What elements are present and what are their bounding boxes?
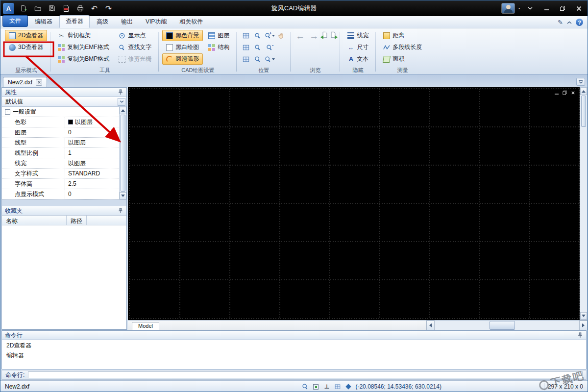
drawing-canvas[interactable] <box>128 87 580 320</box>
favorites-list[interactable] <box>2 225 126 329</box>
hide-dimensions-button[interactable]: ↔ 尺寸 <box>343 42 372 53</box>
titlebar-chevron-down-icon[interactable] <box>524 3 537 14</box>
canvas-horizontal-scrollbar[interactable] <box>426 320 588 330</box>
zoom-in-icon[interactable]: + <box>265 32 275 39</box>
viewer-3d-button[interactable]: 3D查看器 <box>5 42 47 53</box>
scroll-thumb[interactable] <box>581 96 586 127</box>
command-panel-header[interactable]: 命令行 <box>2 331 586 340</box>
hide-lineweight-button[interactable]: 线宽 <box>343 30 372 41</box>
zoom-scale-icon[interactable] <box>265 56 275 63</box>
zoom-window-icon[interactable] <box>254 44 261 51</box>
menu-tab-viewer[interactable]: 查看器 <box>59 15 90 28</box>
pan-icon[interactable] <box>278 32 285 39</box>
layers-button[interactable]: 图层 <box>204 30 233 41</box>
document-tab-close-icon[interactable] <box>36 79 42 86</box>
zoom-out-icon[interactable]: - <box>266 44 273 51</box>
canvas-vertical-scrollbar[interactable] <box>580 87 588 320</box>
menu-tab-output[interactable]: 输出 <box>115 16 139 28</box>
scroll-up-icon[interactable] <box>580 88 587 95</box>
minimize-button[interactable] <box>540 3 553 14</box>
hide-text-button[interactable]: A 文本 <box>343 53 372 65</box>
save-button[interactable] <box>45 2 58 14</box>
smooth-arc-button[interactable]: 圆滑弧形 <box>162 53 203 65</box>
favorites-header[interactable]: 收藏夹 <box>2 206 126 216</box>
close-button[interactable] <box>572 3 585 14</box>
zoom-selected-icon[interactable] <box>254 56 261 63</box>
scroll-thumb[interactable] <box>121 115 125 192</box>
zoom-extents-icon[interactable] <box>254 32 261 39</box>
help-icon[interactable]: ? <box>576 19 583 26</box>
panel-expander-icon[interactable] <box>576 78 585 86</box>
scroll-up-icon[interactable] <box>120 107 126 114</box>
menu-tab-editor[interactable]: 编辑器 <box>29 16 58 28</box>
bw-drawing-button[interactable]: 黑白绘图 <box>162 42 203 53</box>
properties-header[interactable]: 属性 <box>2 88 126 97</box>
scroll-down-icon[interactable] <box>120 192 126 199</box>
viewport-split-icon[interactable] <box>243 32 249 39</box>
command-history[interactable]: 2D查看器 编辑器 <box>2 340 586 369</box>
clip-frame-button[interactable]: ✂ 剪切框架 <box>54 30 113 41</box>
viewport-horizontal-icon[interactable] <box>243 44 249 51</box>
black-background-button[interactable]: 黑色背景 <box>162 30 203 41</box>
property-row-lineweight[interactable]: 线宽 以图层 <box>2 158 119 169</box>
viewport-minimize-icon[interactable] <box>553 90 560 96</box>
ortho-toggle-icon[interactable]: ⊥ <box>323 383 330 391</box>
new-file-button[interactable] <box>17 2 30 14</box>
viewport-restore-icon[interactable] <box>562 90 568 96</box>
pin-icon[interactable] <box>577 332 583 338</box>
quick-style-icon[interactable]: ✎ <box>558 19 563 26</box>
favorites-col-path[interactable]: 路径 <box>67 216 87 225</box>
redo-icon[interactable]: ↷ <box>102 2 115 14</box>
property-row-linetype-scale[interactable]: 线型比例 1 <box>2 148 119 158</box>
property-row-font-height[interactable]: 字体高 2.5 <box>2 179 119 189</box>
collapse-minus-icon[interactable]: - <box>5 109 10 115</box>
menu-tab-related[interactable]: 相关软件 <box>173 16 209 28</box>
viewport-vertical-icon[interactable] <box>243 56 249 63</box>
favorites-col-name[interactable]: 名称 <box>2 216 67 225</box>
viewer-2d-button[interactable]: 2D查看器 <box>5 30 47 41</box>
properties-scrollbar[interactable] <box>119 107 126 199</box>
previous-view-icon[interactable] <box>321 31 328 38</box>
browse-back-icon[interactable]: ← <box>294 31 306 41</box>
browse-forward-icon[interactable]: → <box>308 31 320 41</box>
trim-raster-button[interactable]: 修剪光栅 <box>115 53 155 65</box>
show-points-button[interactable]: 显示点 <box>115 30 155 41</box>
grid-toggle-icon[interactable] <box>334 383 341 391</box>
properties-group-row[interactable]: - 一般设置 <box>2 107 119 117</box>
measure-area-button[interactable]: 面积 <box>379 53 426 65</box>
property-row-layer[interactable]: 图层 0 <box>2 127 119 138</box>
next-view-icon[interactable] <box>330 31 337 38</box>
structure-button[interactable]: 结构 <box>204 42 233 53</box>
chevron-down-icon[interactable] <box>118 98 125 106</box>
viewport-close-icon[interactable] <box>570 90 576 96</box>
scroll-right-icon[interactable] <box>579 320 588 330</box>
find-text-button[interactable]: 查找文字 <box>115 42 155 53</box>
property-row-color[interactable]: 色彩 以图层 <box>2 117 119 127</box>
user-avatar[interactable] <box>501 3 515 14</box>
measure-polyline-button[interactable]: 多段线长度 <box>379 42 426 53</box>
scroll-left-icon[interactable] <box>426 320 435 330</box>
pin-icon[interactable] <box>118 208 123 214</box>
scroll-thumb[interactable] <box>490 321 515 330</box>
menu-tab-advanced[interactable]: 高级 <box>91 16 114 28</box>
copy-bmp-button[interactable]: 复制为BMP格式 <box>54 53 113 65</box>
pin-icon[interactable] <box>118 89 123 95</box>
find-icon[interactable] <box>301 383 309 391</box>
ribbon-collapse-icon[interactable] <box>567 21 572 24</box>
command-input[interactable] <box>28 371 583 378</box>
properties-preset-select[interactable]: 默认值 <box>2 97 126 107</box>
property-row-linetype[interactable]: 线型 以图层 <box>2 138 119 148</box>
undo-icon[interactable]: ↶ <box>88 2 101 14</box>
property-row-point-display[interactable]: 点显示模式 0 <box>2 189 119 199</box>
document-tab[interactable]: New2.dxf <box>3 77 47 87</box>
open-folder-button[interactable] <box>31 2 44 14</box>
model-tab[interactable]: Model <box>132 322 159 330</box>
measure-distance-button[interactable]: 距离 <box>379 30 426 41</box>
scroll-down-icon[interactable] <box>580 312 587 319</box>
export-pdf-button[interactable] <box>59 2 73 14</box>
property-row-text-style[interactable]: 文字样式 STANDARD <box>2 169 119 179</box>
copy-emf-button[interactable]: 复制为EMF格式 <box>54 42 113 53</box>
snap-toggle-icon[interactable] <box>312 383 319 391</box>
restore-button[interactable] <box>556 3 569 14</box>
menu-tab-vip[interactable]: VIP功能 <box>140 16 172 28</box>
